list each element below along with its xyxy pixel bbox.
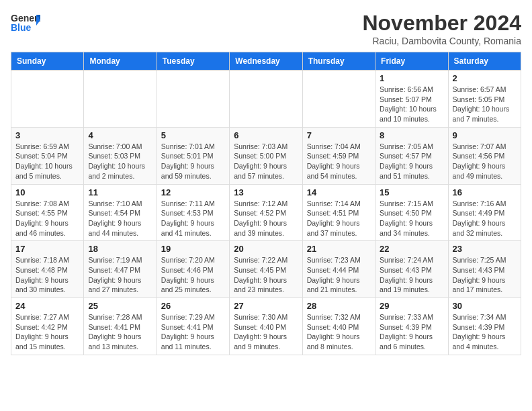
calendar-cell: 1Sunrise: 6:56 AM Sunset: 5:07 PM Daylig… — [375, 71, 448, 128]
day-info: Sunrise: 6:59 AM Sunset: 5:04 PM Dayligh… — [15, 142, 79, 181]
svg-text:Blue: Blue — [11, 22, 32, 33]
day-info: Sunrise: 7:23 AM Sunset: 4:44 PM Dayligh… — [307, 255, 371, 295]
day-number: 15 — [380, 187, 443, 197]
calendar-cell: 25Sunrise: 7:28 AM Sunset: 4:41 PM Dayli… — [84, 298, 157, 355]
day-number: 9 — [453, 130, 517, 140]
weekday-header-monday: Monday — [84, 52, 157, 71]
weekday-header-saturday: Saturday — [448, 52, 521, 71]
calendar-cell: 13Sunrise: 7:12 AM Sunset: 4:52 PM Dayli… — [230, 184, 302, 241]
page-header: General Blue November 2024 Raciu, Dambov… — [11, 11, 521, 46]
calendar-cell: 9Sunrise: 7:07 AM Sunset: 4:56 PM Daylig… — [448, 127, 521, 184]
day-number: 23 — [453, 244, 517, 254]
day-info: Sunrise: 7:15 AM Sunset: 4:50 PM Dayligh… — [380, 199, 443, 238]
day-info: Sunrise: 7:32 AM Sunset: 4:40 PM Dayligh… — [307, 312, 371, 352]
day-info: Sunrise: 7:08 AM Sunset: 4:55 PM Dayligh… — [15, 199, 79, 238]
day-info: Sunrise: 7:18 AM Sunset: 4:48 PM Dayligh… — [15, 255, 79, 295]
calendar-cell: 16Sunrise: 7:16 AM Sunset: 4:49 PM Dayli… — [448, 184, 521, 241]
calendar-cell: 14Sunrise: 7:14 AM Sunset: 4:51 PM Dayli… — [302, 184, 375, 241]
calendar-cell: 26Sunrise: 7:29 AM Sunset: 4:41 PM Dayli… — [157, 298, 229, 355]
day-number: 18 — [88, 244, 152, 254]
calendar-cell: 10Sunrise: 7:08 AM Sunset: 4:55 PM Dayli… — [11, 184, 84, 241]
day-number: 2 — [453, 73, 517, 83]
day-number: 7 — [307, 130, 371, 140]
day-number: 8 — [380, 130, 443, 140]
day-number: 20 — [234, 244, 298, 254]
day-number: 6 — [234, 130, 298, 140]
day-number: 27 — [234, 301, 298, 311]
day-number: 22 — [380, 244, 443, 254]
weekday-header-thursday: Thursday — [302, 52, 375, 71]
day-info: Sunrise: 7:29 AM Sunset: 4:41 PM Dayligh… — [161, 312, 225, 352]
logo-icon: General Blue — [11, 11, 40, 35]
calendar-week-1: 1Sunrise: 6:56 AM Sunset: 5:07 PM Daylig… — [11, 71, 521, 128]
day-number: 13 — [234, 187, 298, 197]
day-number: 28 — [307, 301, 371, 311]
month-title: November 2024 — [362, 11, 521, 36]
calendar-cell: 5Sunrise: 7:01 AM Sunset: 5:01 PM Daylig… — [157, 127, 229, 184]
day-number: 12 — [161, 187, 225, 197]
calendar-header-row: SundayMondayTuesdayWednesdayThursdayFrid… — [11, 52, 521, 71]
calendar-cell: 4Sunrise: 7:00 AM Sunset: 5:03 PM Daylig… — [84, 127, 157, 184]
day-number: 30 — [453, 301, 517, 311]
day-info: Sunrise: 7:00 AM Sunset: 5:03 PM Dayligh… — [88, 142, 152, 181]
calendar-cell: 29Sunrise: 7:33 AM Sunset: 4:39 PM Dayli… — [375, 298, 448, 355]
day-info: Sunrise: 7:11 AM Sunset: 4:53 PM Dayligh… — [161, 199, 225, 238]
day-info: Sunrise: 7:14 AM Sunset: 4:51 PM Dayligh… — [307, 199, 371, 238]
day-info: Sunrise: 7:19 AM Sunset: 4:47 PM Dayligh… — [88, 255, 152, 295]
location: Raciu, Dambovita County, Romania — [362, 36, 521, 46]
day-number: 21 — [307, 244, 371, 254]
day-number: 17 — [15, 244, 79, 254]
calendar-cell: 11Sunrise: 7:10 AM Sunset: 4:54 PM Dayli… — [84, 184, 157, 241]
day-info: Sunrise: 7:10 AM Sunset: 4:54 PM Dayligh… — [88, 199, 152, 238]
day-info: Sunrise: 7:30 AM Sunset: 4:40 PM Dayligh… — [234, 312, 298, 352]
calendar-body: 1Sunrise: 6:56 AM Sunset: 5:07 PM Daylig… — [11, 71, 521, 355]
calendar-week-4: 17Sunrise: 7:18 AM Sunset: 4:48 PM Dayli… — [11, 241, 521, 298]
weekday-header-tuesday: Tuesday — [157, 52, 229, 71]
logo: General Blue — [11, 11, 40, 35]
day-info: Sunrise: 6:56 AM Sunset: 5:07 PM Dayligh… — [380, 85, 443, 124]
day-info: Sunrise: 7:24 AM Sunset: 4:43 PM Dayligh… — [380, 255, 443, 295]
calendar-week-5: 24Sunrise: 7:27 AM Sunset: 4:42 PM Dayli… — [11, 298, 521, 355]
day-number: 16 — [453, 187, 517, 197]
day-info: Sunrise: 7:20 AM Sunset: 4:46 PM Dayligh… — [161, 255, 225, 295]
calendar-cell: 20Sunrise: 7:22 AM Sunset: 4:45 PM Dayli… — [230, 241, 302, 298]
day-number: 11 — [88, 187, 152, 197]
day-info: Sunrise: 6:57 AM Sunset: 5:05 PM Dayligh… — [453, 85, 517, 124]
day-info: Sunrise: 7:34 AM Sunset: 4:39 PM Dayligh… — [453, 312, 517, 352]
calendar-cell — [157, 71, 229, 128]
calendar-cell — [84, 71, 157, 128]
weekday-header-wednesday: Wednesday — [230, 52, 302, 71]
calendar-cell: 18Sunrise: 7:19 AM Sunset: 4:47 PM Dayli… — [84, 241, 157, 298]
calendar-cell: 19Sunrise: 7:20 AM Sunset: 4:46 PM Dayli… — [157, 241, 229, 298]
day-number: 26 — [161, 301, 225, 311]
calendar-cell — [11, 71, 84, 128]
calendar-cell: 12Sunrise: 7:11 AM Sunset: 4:53 PM Dayli… — [157, 184, 229, 241]
title-block: November 2024 Raciu, Dambovita County, R… — [362, 11, 521, 46]
day-info: Sunrise: 7:03 AM Sunset: 5:00 PM Dayligh… — [234, 142, 298, 181]
calendar-cell: 23Sunrise: 7:25 AM Sunset: 4:43 PM Dayli… — [448, 241, 521, 298]
calendar-cell: 22Sunrise: 7:24 AM Sunset: 4:43 PM Dayli… — [375, 241, 448, 298]
day-info: Sunrise: 7:16 AM Sunset: 4:49 PM Dayligh… — [453, 199, 517, 238]
day-number: 19 — [161, 244, 225, 254]
calendar-cell: 15Sunrise: 7:15 AM Sunset: 4:50 PM Dayli… — [375, 184, 448, 241]
day-info: Sunrise: 7:01 AM Sunset: 5:01 PM Dayligh… — [161, 142, 225, 181]
day-info: Sunrise: 7:27 AM Sunset: 4:42 PM Dayligh… — [15, 312, 79, 352]
calendar-cell: 30Sunrise: 7:34 AM Sunset: 4:39 PM Dayli… — [448, 298, 521, 355]
day-number: 14 — [307, 187, 371, 197]
calendar-cell: 28Sunrise: 7:32 AM Sunset: 4:40 PM Dayli… — [302, 298, 375, 355]
day-info: Sunrise: 7:33 AM Sunset: 4:39 PM Dayligh… — [380, 312, 443, 352]
day-info: Sunrise: 7:22 AM Sunset: 4:45 PM Dayligh… — [234, 255, 298, 295]
day-number: 29 — [380, 301, 443, 311]
calendar-cell: 8Sunrise: 7:05 AM Sunset: 4:57 PM Daylig… — [375, 127, 448, 184]
day-number: 10 — [15, 187, 79, 197]
calendar-cell: 3Sunrise: 6:59 AM Sunset: 5:04 PM Daylig… — [11, 127, 84, 184]
day-info: Sunrise: 7:12 AM Sunset: 4:52 PM Dayligh… — [234, 199, 298, 238]
day-info: Sunrise: 7:05 AM Sunset: 4:57 PM Dayligh… — [380, 142, 443, 181]
day-number: 4 — [88, 130, 152, 140]
day-info: Sunrise: 7:04 AM Sunset: 4:59 PM Dayligh… — [307, 142, 371, 181]
day-number: 25 — [88, 301, 152, 311]
calendar-cell: 27Sunrise: 7:30 AM Sunset: 4:40 PM Dayli… — [230, 298, 302, 355]
calendar-cell: 7Sunrise: 7:04 AM Sunset: 4:59 PM Daylig… — [302, 127, 375, 184]
calendar-week-2: 3Sunrise: 6:59 AM Sunset: 5:04 PM Daylig… — [11, 127, 521, 184]
calendar-cell — [302, 71, 375, 128]
